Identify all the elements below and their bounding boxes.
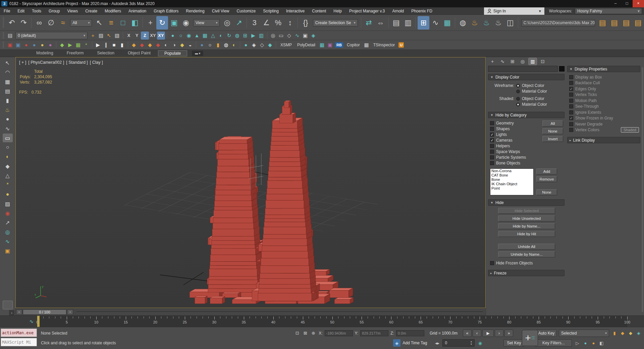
toggle-layer-explorer-icon[interactable]: ▥ <box>402 16 414 30</box>
object-color-swatch[interactable] <box>559 66 565 71</box>
unhide-all-button[interactable]: Unhide All <box>498 244 555 250</box>
hide-unselected-button[interactable]: Hide Unselected <box>498 215 555 221</box>
display-as-box-checkbox[interactable] <box>569 75 573 79</box>
arrow-tool-icon[interactable]: ↗ <box>3 218 13 227</box>
gizmo-icon[interactable]: ◎ <box>269 32 277 40</box>
key-entry-icon[interactable]: ◆ <box>619 330 626 337</box>
key-filters-button[interactable]: Key Filters... <box>535 339 572 347</box>
vray-cube-icon[interactable]: ▣ <box>14 41 22 49</box>
menu-rendering[interactable]: Rendering <box>182 9 208 13</box>
close-button[interactable]: × <box>633 0 644 7</box>
diamond-tool-icon[interactable]: ◆ <box>3 162 13 170</box>
hide-by-name--button[interactable]: Hide by Name... <box>498 223 555 229</box>
exclusion-list-item[interactable]: IK Chain Object <box>490 182 533 186</box>
current-frame-field[interactable]: 0▲▼ <box>442 339 475 347</box>
set-current-layer-icon[interactable]: ▧ <box>113 32 121 40</box>
rollout-freeze-header[interactable]: ▸Freeze <box>488 270 565 276</box>
select-by-name-icon[interactable]: ≡ <box>105 16 117 30</box>
hide-by-hit-button[interactable]: Hide by Hit <box>498 231 555 237</box>
layer-explorer-icon[interactable]: ▤ <box>6 32 14 40</box>
smoke3-icon[interactable]: ◒ <box>186 41 194 49</box>
sim-pause-icon[interactable]: ∥ <box>102 41 110 49</box>
select-objects-in-layer-icon[interactable]: ↖ <box>105 32 113 40</box>
tsinspector-button[interactable]: TSInspector <box>371 43 398 47</box>
cameras-checkbox[interactable]: ✓ <box>490 138 494 142</box>
y-coordinate-field[interactable]: 829.2177m <box>360 330 388 336</box>
menu-animation[interactable]: Animation <box>125 9 150 13</box>
exclusion-list-item[interactable]: Non-Corona <box>490 169 533 173</box>
menu-phoenix-fd[interactable]: Phoenix FD <box>408 9 436 13</box>
menu-tools[interactable]: Tools <box>28 9 45 13</box>
tab-modify[interactable]: ∿ <box>498 58 507 65</box>
table-icon[interactable]: ▦ <box>201 32 209 40</box>
layers-stack-icon[interactable]: ◍ <box>233 32 241 40</box>
avatar-icon[interactable]: ● <box>582 340 589 346</box>
foam-ball-icon[interactable]: ● <box>38 41 46 49</box>
coffee-icon[interactable]: ◍ <box>222 41 230 49</box>
select-and-place-icon[interactable]: ◉ <box>180 16 192 30</box>
go-to-start-button[interactable]: « <box>463 330 472 337</box>
hide-selected-button[interactable]: Hide Selected <box>498 208 555 214</box>
mirror-time-icon[interactable]: ▮ <box>611 330 618 337</box>
named-selection-sets-dropdown[interactable]: Create Selection Se▾ <box>313 19 358 27</box>
geometry-checkbox[interactable] <box>490 121 494 125</box>
exclusion-list-item[interactable]: Bone <box>490 178 533 182</box>
box-tool-icon[interactable]: ▦ <box>3 77 13 86</box>
sim-play-icon[interactable]: ▶ <box>94 41 102 49</box>
bar-icon[interactable]: ▭ <box>277 32 285 40</box>
selection-lock-icon[interactable]: ⊠ <box>302 330 309 337</box>
list-none-button[interactable]: None <box>536 189 557 195</box>
menu-edit[interactable]: Edit <box>14 9 28 13</box>
rollout-hide-header[interactable]: ▼Hide <box>488 199 565 206</box>
backface-cull-checkbox[interactable] <box>569 81 573 85</box>
diamond-icon[interactable]: ◇ <box>285 32 293 40</box>
set-key-button[interactable]: Set Key <box>503 339 524 347</box>
compare-renders-icon[interactable]: ◫ <box>504 16 516 30</box>
key-settings-gear-icon[interactable]: ◉ <box>477 340 483 346</box>
redo-icon[interactable]: ↷ <box>18 16 30 30</box>
tab-freeform[interactable]: Freeform <box>61 50 90 56</box>
angle-snap-icon[interactable]: ∠ <box>260 16 272 30</box>
cone-tool-icon[interactable]: △ <box>3 171 13 180</box>
select-and-move-icon[interactable]: + <box>145 16 156 30</box>
category-all-button[interactable]: All <box>542 120 563 127</box>
add-time-tag-label[interactable]: Add Time Tag <box>402 341 427 345</box>
plane-tool-icon[interactable]: ▤ <box>3 87 13 95</box>
shaded-material-color-radio[interactable] <box>516 103 520 106</box>
cylinder-tool-icon[interactable]: ▮ <box>3 96 13 105</box>
list-add-button[interactable]: Add <box>536 168 557 174</box>
spinner-snap-icon[interactable]: ↕ <box>284 16 296 30</box>
sign-in-caret-icon[interactable]: ▾ <box>539 9 541 13</box>
use-pivot-center-icon[interactable]: ◎ <box>221 16 233 30</box>
current-layer-dropdown[interactable]: 0 (default)▾ <box>15 32 88 39</box>
see-through-checkbox[interactable] <box>569 104 573 108</box>
boat-icon[interactable]: ◈ <box>250 41 258 49</box>
splash-icon[interactable]: ◆ <box>266 41 274 49</box>
schematic-view-icon[interactable]: ▦ <box>441 16 453 30</box>
ocean-icon[interactable]: ● <box>242 41 250 49</box>
align-icon[interactable]: ⇔ <box>375 16 386 30</box>
select-and-scale-icon[interactable]: ▣ <box>168 16 180 30</box>
pine-icon[interactable]: △ <box>209 32 217 40</box>
chart-icon[interactable]: ▣ <box>301 32 309 40</box>
panel-tool-icon[interactable]: ▭ <box>3 134 13 142</box>
mirror-icon[interactable]: ⇄ <box>363 16 375 30</box>
axis-plane-button[interactable]: XY <box>157 32 165 40</box>
isolate-selection-icon[interactable]: ⊡ <box>294 330 301 337</box>
tab-hierarchy[interactable]: ⊞ <box>508 58 517 65</box>
menu-customize[interactable]: Customize <box>233 9 260 13</box>
axis-y-button[interactable]: Y <box>133 32 141 40</box>
key-entry2-icon[interactable]: ◆ <box>627 330 634 337</box>
render-elements-icon[interactable]: ▥ <box>257 32 265 40</box>
ring-tool-icon[interactable]: ◎ <box>3 228 13 236</box>
menu-modifiers[interactable]: Modifiers <box>101 9 125 13</box>
hemisphere-tool-icon[interactable]: ◐ <box>3 152 13 161</box>
toggle-ribbon-icon[interactable]: ⊞ <box>418 16 429 30</box>
menu-create[interactable]: Create <box>82 9 101 13</box>
motion-path-checkbox[interactable] <box>569 99 573 103</box>
viewport-pov-menu[interactable]: [ PhysCamera002 ] <box>28 60 64 65</box>
sphere-tool-icon[interactable]: ● <box>3 115 13 123</box>
phoenix-fire-icon[interactable]: ◆ <box>130 41 138 49</box>
tree-icon[interactable]: ▲ <box>193 32 201 40</box>
ribbon-display-dropdown[interactable]: ▬ ▾ <box>192 51 203 56</box>
